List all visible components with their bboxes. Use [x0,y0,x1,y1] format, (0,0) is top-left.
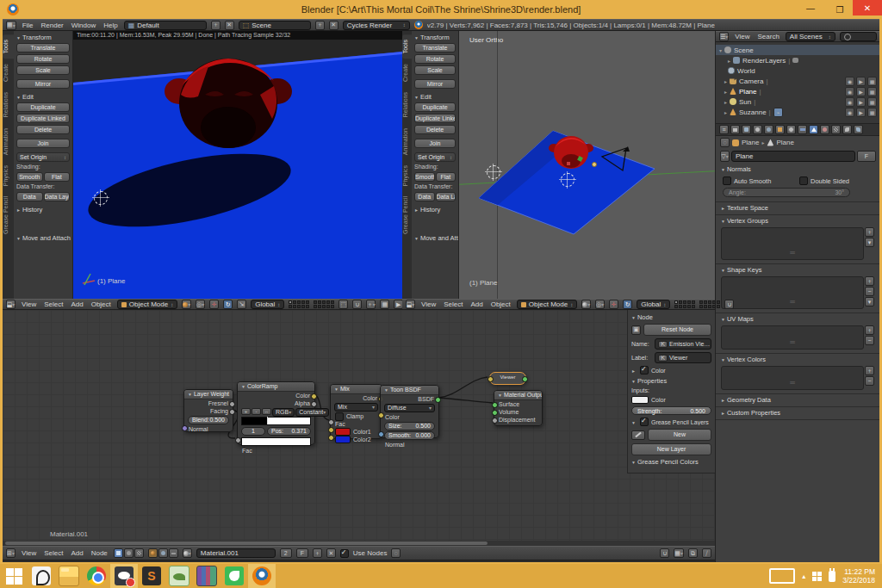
ramp-index-field[interactable]: 1 [241,427,265,436]
panel-custom-properties[interactable]: Custom Properties [721,409,874,418]
copy-icon[interactable]: ⧉ [688,548,698,558]
shape-keys-list[interactable]: ═ [721,276,864,309]
view-menu[interactable]: View [20,300,38,308]
color1-swatch[interactable] [335,428,351,436]
linestyle-shader-icon[interactable] [169,548,178,558]
tab-render-layers[interactable] [742,125,751,134]
socket-out-facing[interactable] [229,409,235,415]
socket-in-displacement[interactable] [492,418,498,424]
render-engine-selector[interactable]: Cycles Render↕ [343,21,410,30]
node-mix[interactable]: Mix Color Mix▾ Clamp Fac Color1 Color2 [330,384,382,439]
pivot-dropdown[interactable]: ◎▾ [196,300,205,309]
add-shape-key-button[interactable]: ＋ [865,276,874,286]
object-menu[interactable]: Object [489,300,512,308]
tab-create[interactable]: Create [3,59,14,87]
tab-grease-pencil[interactable]: Grease Pencil [402,191,412,239]
tab-create[interactable]: Create [402,59,412,87]
panel-uv-maps[interactable]: UV Maps [721,315,874,324]
outliner-row-world[interactable]: World [716,65,879,76]
shade-smooth-button[interactable]: Smooth [414,172,435,182]
editor-type-icon[interactable]: ⊞▾ [6,548,16,558]
compositing-nodes-icon[interactable] [124,548,134,558]
panel-edit[interactable]: Edit [16,93,70,101]
sun-lamp-object[interactable] [592,162,597,167]
add-menu[interactable]: Add [69,300,84,308]
pivot-dropdown[interactable]: ◎▾ [595,300,605,309]
ramp-handle[interactable] [267,417,268,424]
socket-in-fac[interactable] [328,419,334,425]
unlink-material-button[interactable]: ✕ [326,548,336,558]
smooth-slider[interactable]: Smooth:0.000 [384,431,435,440]
remove-shape-key-button[interactable]: − [865,287,874,296]
rotate-button[interactable]: Rotate [16,54,70,64]
vertex-groups-list[interactable]: ═ [721,227,864,260]
outliner-row-sun[interactable]: ▸ Sun| ◉▶▦ [716,96,879,107]
select-menu[interactable]: Select [42,549,65,557]
world-shader-icon[interactable] [158,548,168,558]
double-sided-checkbox[interactable] [799,176,808,185]
panel-vertex-colors[interactable]: Vertex Colors [721,356,874,364]
tab-relations[interactable]: Relations [402,87,412,122]
delete-layout-button[interactable]: ✕ [225,21,234,30]
ramp-interpolation-dropdown[interactable]: Constant▾ [295,408,329,417]
duplicate-linked-button[interactable]: Duplicate Linked [414,114,456,123]
node-label-field[interactable]: KViewer [655,352,711,363]
ramp-delete-button[interactable]: - [252,408,261,415]
join-button[interactable]: Join [16,139,70,148]
select-menu[interactable]: Select [442,300,464,308]
ramp-flip-button[interactable]: ↔ [262,408,271,415]
view-menu[interactable]: View [20,549,38,557]
uv-maps-list[interactable]: ═ [721,325,864,350]
add-vertex-color-button[interactable]: ＋ [865,366,874,375]
view-menu[interactable]: View [419,300,438,308]
outliner-row-renderlayers[interactable]: ▸ RenderLayers| [716,55,879,65]
material-users-button[interactable]: 2 [280,548,292,558]
taskbar-app-evernote[interactable] [220,564,248,588]
gp-layers-checkbox[interactable] [640,418,649,426]
socket-out-alpha[interactable] [311,401,317,407]
render-restrict-icon[interactable]: ▦ [867,77,877,86]
hide-icon[interactable]: ◉ [845,97,854,107]
node-viewer[interactable]: Viewer [489,372,526,385]
manipulator-scale-icon[interactable]: ⇲ [237,300,246,309]
camera-object[interactable] [597,145,631,177]
object-shader-icon[interactable] [148,548,158,558]
layers-widget[interactable] [289,300,309,308]
mirror-button[interactable]: Mirror [414,79,456,89]
mix-blendtype-dropdown[interactable]: Mix▾ [334,403,378,412]
panel-grease-pencil-layers[interactable]: Grease Pencil Layers [651,419,709,425]
remove-uv-map-button[interactable]: − [865,336,874,345]
gp-new-layer-button[interactable]: New Layer [631,443,711,455]
panel-texture-space[interactable]: Texture Space [721,204,874,213]
translate-button[interactable]: Translate [16,43,70,53]
tab-object-data[interactable] [809,125,818,134]
layers-widget[interactable] [674,300,695,308]
tab-physics[interactable] [854,125,863,134]
data-layout-button[interactable]: Data Layo [44,192,71,201]
selectable-icon[interactable]: ▶ [856,108,866,117]
panel-properties[interactable]: Properties [631,377,711,385]
panel-normals[interactable]: Normals [721,165,874,174]
tab-constraints[interactable] [786,125,796,134]
render-opengl-icon[interactable]: ▦ [380,300,389,309]
ramp-add-button[interactable]: + [241,408,251,415]
tab-animation[interactable]: Animation [3,123,14,160]
tab-world[interactable] [764,125,773,134]
manipulator-translate-icon[interactable]: ✛ [209,300,219,309]
orientation-dropdown[interactable]: Global↕ [251,300,284,309]
add-menu[interactable]: Add [69,549,84,557]
mode-dropdown[interactable]: Object Mode↕ [517,300,577,309]
outliner-row-camera[interactable]: ▸ Camera| ◉▶▦ [716,76,879,86]
taskbar-app-sublime-text[interactable]: S [138,564,165,588]
socket-out-emission[interactable] [522,376,528,382]
tab-texture[interactable] [831,125,841,134]
data-button[interactable]: Data [16,192,43,201]
node-editor-canvas[interactable]: Layer Weight Fresnel Facing Blend:0.500 … [3,310,715,541]
render-restrict-icon[interactable]: ▦ [867,87,877,96]
taskbar-app-winrar[interactable] [193,564,220,588]
outliner-row-scene[interactable]: ▾ Scene [716,45,879,55]
material-browse-icon[interactable]: ▾ [183,548,192,558]
manipulator-rotate-icon[interactable]: ↻ [223,300,233,309]
outliner-filter-dropdown[interactable]: All Scenes↕ [786,32,835,41]
panel-transform[interactable]: Transform [16,34,70,41]
